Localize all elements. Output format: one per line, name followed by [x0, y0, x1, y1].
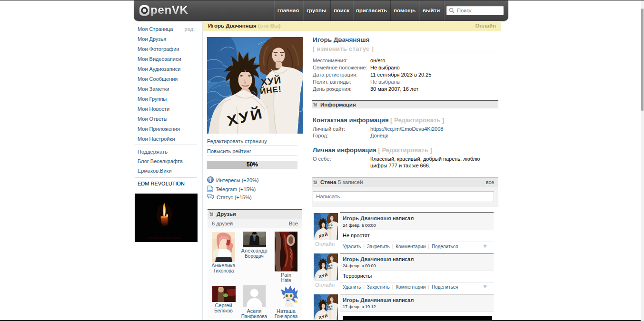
- svg-text:в память о жертвах трагедии: в память о жертвах трагедии: [149, 236, 181, 239]
